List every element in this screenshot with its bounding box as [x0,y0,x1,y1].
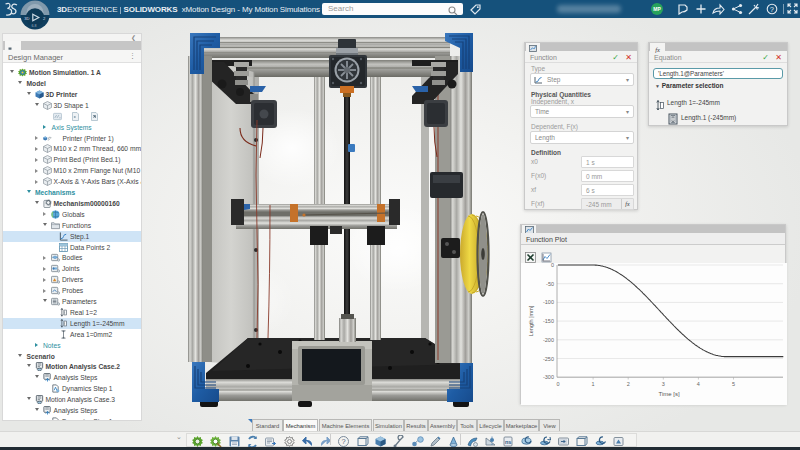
svg-text:Time [s]: Time [s] [658,391,679,397]
svg-text:-100: -100 [543,299,554,305]
svg-text:ns: ns [505,439,511,445]
svg-text:4: 4 [697,381,700,387]
svg-text:-150: -150 [543,318,554,324]
svg-text:0: 0 [556,381,559,387]
svg-text:1: 1 [592,381,595,387]
svg-text:6.8: 6.8 [32,24,37,28]
svg-text:3D: 3D [24,16,29,21]
svg-text:3: 3 [662,381,665,387]
svg-text:0: 0 [551,263,554,268]
svg-text:-300: -300 [543,374,554,380]
svg-text:?: ? [342,437,346,446]
svg-text:-250: -250 [543,356,554,362]
svg-text:2: 2 [627,381,630,387]
svg-text:5: 5 [732,381,735,387]
svg-text:Length [mm]: Length [mm] [528,305,534,336]
svg-text:?: ? [770,5,774,14]
svg-text:-200: -200 [543,337,554,343]
svg-text:-50: -50 [546,281,554,287]
